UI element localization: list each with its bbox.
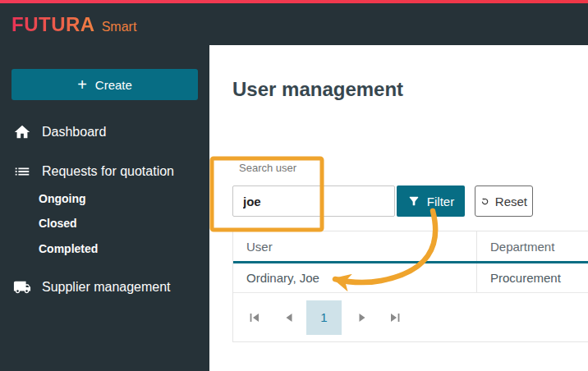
search-user-input[interactable]: [232, 186, 395, 217]
column-header-department[interactable]: Department: [477, 231, 588, 261]
next-page-icon[interactable]: [356, 311, 369, 324]
column-header-user[interactable]: User: [233, 231, 477, 261]
sidebar-item-closed[interactable]: Closed: [39, 217, 77, 230]
main-content: User management Search user Filter Reset…: [209, 45, 588, 371]
filter-icon: [407, 195, 420, 208]
paginator: 1: [232, 293, 588, 342]
home-icon: [13, 123, 31, 141]
table-header-row: User Department: [233, 231, 588, 261]
truck-icon: [13, 278, 31, 296]
sidebar-item-completed[interactable]: Completed: [39, 242, 98, 255]
sidebar: + Create Dashboard Requests for quotatio…: [0, 45, 209, 371]
cell-department: Procurement: [477, 263, 588, 292]
search-user-label: Search user: [239, 162, 296, 174]
plus-icon: +: [77, 76, 87, 93]
current-page-button[interactable]: 1: [306, 300, 342, 335]
first-page-icon[interactable]: [248, 311, 261, 324]
cell-user: Ordinary, Joe: [233, 263, 477, 292]
sidebar-item-label: Dashboard: [42, 125, 106, 140]
filter-button-label: Filter: [427, 195, 454, 208]
previous-page-icon[interactable]: [283, 311, 296, 324]
reset-button-label: Reset: [495, 195, 527, 208]
app-logo: FUTURA Smart: [11, 13, 136, 36]
create-button-label: Create: [95, 78, 132, 92]
brand-suffix: Smart: [102, 20, 137, 34]
create-button[interactable]: + Create: [11, 69, 198, 100]
sidebar-item-label: Requests for quotation: [42, 164, 174, 179]
reset-button[interactable]: Reset: [475, 186, 533, 217]
brand-name: FUTURA: [11, 13, 95, 36]
sidebar-item-requests-for-quotation[interactable]: Requests for quotation: [13, 163, 174, 181]
app-header: FUTURA Smart: [0, 3, 588, 45]
sidebar-item-label: Supplier management: [42, 280, 171, 295]
sidebar-item-supplier-management[interactable]: Supplier management: [13, 278, 171, 296]
page-title: User management: [232, 78, 403, 101]
sidebar-item-ongoing[interactable]: Ongoing: [39, 192, 86, 205]
sidebar-item-dashboard[interactable]: Dashboard: [13, 123, 106, 141]
last-page-icon[interactable]: [388, 311, 402, 324]
list-icon: [13, 163, 31, 181]
app-window: FUTURA Smart + Create Dashboard Requests…: [0, 0, 588, 371]
reset-icon: [480, 195, 489, 208]
table-row[interactable]: Ordinary, Joe Procurement: [233, 263, 588, 293]
filter-button[interactable]: Filter: [397, 186, 465, 217]
user-table: User Department Ordinary, Joe Procuremen…: [232, 231, 588, 293]
